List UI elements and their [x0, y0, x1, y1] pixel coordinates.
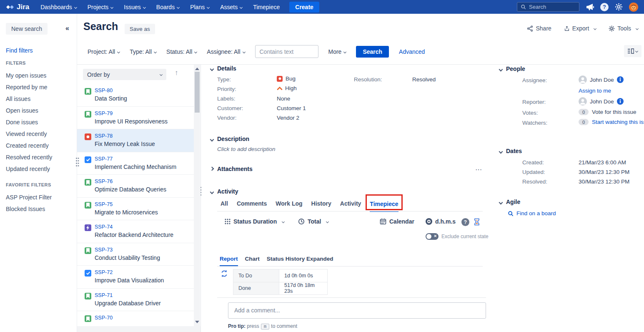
sort-direction-icon[interactable]: ↑	[175, 69, 178, 77]
scroll-up-icon[interactable]	[195, 68, 199, 70]
sidebar-item-my-open-issues[interactable]: My open issues	[0, 70, 77, 81]
sidebar-item-created-recently[interactable]: Created recently	[0, 140, 77, 151]
nav-projects[interactable]: Projects	[82, 4, 119, 10]
issue-row-ssp-71[interactable]: SSP-71 Upgrade Database Driver	[77, 289, 194, 312]
sidebar-item-asp-project-filter[interactable]: ASP Project Filter	[0, 191, 77, 203]
activity-heading[interactable]: Activity	[217, 188, 238, 195]
collapse-sidebar-icon[interactable]: «	[65, 25, 69, 32]
people-heading[interactable]: People	[506, 65, 525, 72]
attachments-more-icon[interactable]: ···	[476, 166, 482, 173]
scrollbar-thumb[interactable]	[195, 72, 200, 113]
hourglass-button[interactable]	[474, 218, 480, 226]
status-duration-dropdown[interactable]: Status Duration	[225, 218, 284, 225]
export-button[interactable]: Export	[564, 25, 596, 32]
sidebar-item-blocked-issues[interactable]: Blocked Issues	[0, 203, 77, 215]
start-watching-link[interactable]: Start watching this issue	[592, 119, 644, 125]
collapse-people-icon[interactable]	[499, 68, 503, 72]
nav-issues[interactable]: Issues	[118, 4, 150, 10]
add-comment-input[interactable]	[228, 302, 486, 319]
details-heading[interactable]: Details	[217, 65, 236, 72]
issue-row-ssp-73[interactable]: SSP-73 Conduct Usability Testing	[77, 243, 194, 266]
collapse-details-icon[interactable]	[210, 67, 214, 71]
timepiece-help-button[interactable]: ?	[461, 218, 469, 226]
settings-gear-icon[interactable]	[615, 3, 623, 11]
collapse-activity-icon[interactable]	[210, 190, 214, 194]
save-as-button[interactable]: Save as	[125, 24, 155, 34]
type-filter-dropdown[interactable]: Type: All	[130, 48, 156, 55]
issue-row-ssp-72[interactable]: SSP-72 Improve Data Visualization	[77, 266, 194, 289]
collapse-agile-icon[interactable]	[499, 201, 503, 205]
assign-to-me-link[interactable]: Assign to me	[579, 88, 611, 94]
reporter-value[interactable]: John Doe	[579, 97, 624, 106]
user-avatar[interactable]	[629, 3, 638, 12]
vote-action[interactable]: Vote for this issue	[592, 109, 636, 115]
info-icon[interactable]	[617, 76, 624, 83]
issue-row-ssp-79[interactable]: SSP-79 Improve UI Responsiveness	[77, 107, 194, 130]
collapse-dates-icon[interactable]	[499, 150, 503, 154]
help-icon[interactable]: ?	[600, 3, 609, 11]
create-button[interactable]: Create	[289, 2, 319, 13]
tab-chart[interactable]: Chart	[245, 256, 260, 266]
issue-row-ssp-78-selected[interactable]: SSP-78 Fix Memory Leak Issue	[77, 129, 194, 152]
sidebar-item-reported-by-me[interactable]: Reported by me	[0, 81, 77, 93]
sidebar-item-all-issues[interactable]: All issues	[0, 93, 77, 105]
horizontal-scrollbar-track[interactable]	[77, 326, 200, 332]
issue-row-ssp-76[interactable]: SSP-76 Optimize Database Queries	[77, 175, 194, 198]
tab-comments[interactable]: Comments	[237, 200, 267, 211]
refresh-icon[interactable]	[221, 270, 228, 277]
find-on-board[interactable]: Find on a board	[508, 210, 556, 216]
project-filter-dropdown[interactable]: Project: All	[88, 48, 120, 55]
sidebar-item-updated-recently[interactable]: Updated recently	[0, 163, 77, 175]
description-placeholder[interactable]: Click to add description	[217, 146, 276, 152]
sidebar-item-done-issues[interactable]: Done issues	[0, 116, 77, 128]
announcements-icon[interactable]	[586, 3, 594, 11]
scroll-down-icon[interactable]	[195, 321, 199, 323]
tab-report-active[interactable]: Report	[220, 256, 238, 266]
new-search-button[interactable]: New search	[6, 23, 48, 35]
sidebar-resize-handle[interactable]	[76, 158, 79, 168]
issue-row-ssp-75[interactable]: SSP-75 Migrate to Microservices	[77, 198, 194, 221]
tab-all[interactable]: All	[221, 200, 228, 211]
issue-row-ssp-74[interactable]: SSP-74 Refactor Backend Architecture	[77, 220, 194, 243]
jira-logo[interactable]: Jira	[0, 3, 35, 11]
collapse-description-icon[interactable]	[210, 138, 214, 142]
search-submit-button[interactable]: Search	[356, 46, 389, 58]
sidebar-item-resolved-recently[interactable]: Resolved recently	[0, 151, 77, 163]
layout-switcher-button[interactable]	[624, 45, 641, 57]
tools-button[interactable]: Tools	[609, 25, 638, 32]
tab-timepiece-active[interactable]: Timepiece	[370, 201, 398, 212]
dates-heading[interactable]: Dates	[506, 148, 522, 154]
agile-heading[interactable]: Agile	[506, 199, 520, 205]
nav-timepiece[interactable]: Timepiece	[248, 4, 285, 10]
attachments-heading[interactable]: Attachments	[217, 166, 253, 172]
share-button[interactable]: Share	[527, 25, 551, 32]
issue-row-ssp-80[interactable]: SSP-80 Data Sorting	[77, 84, 194, 107]
nav-dashboards[interactable]: Dashboards	[35, 4, 82, 10]
advanced-search-link[interactable]: Advanced	[399, 48, 425, 55]
status-filter-dropdown[interactable]: Status: All	[166, 48, 197, 55]
assignee-filter-dropdown[interactable]: Assignee: All	[207, 48, 245, 55]
global-search[interactable]	[517, 2, 579, 12]
contains-text-input[interactable]	[255, 45, 318, 58]
nav-assets[interactable]: Assets	[215, 4, 248, 10]
tab-history[interactable]: History	[311, 200, 331, 211]
info-icon[interactable]	[617, 98, 624, 105]
find-filters-link[interactable]: Find filters	[6, 47, 33, 54]
total-dropdown[interactable]: Total	[298, 218, 328, 225]
issue-row-ssp-77[interactable]: SSP-77 Implement Caching Mechanism	[77, 152, 194, 175]
tab-activity[interactable]: Activity	[340, 200, 361, 211]
duration-format-button[interactable]: d.h.m.s	[426, 218, 456, 225]
expand-attachments-icon[interactable]	[210, 167, 214, 171]
global-search-input[interactable]	[529, 4, 575, 10]
nav-plans[interactable]: Plans	[185, 4, 215, 10]
exclude-current-state-toggle[interactable]: ✕	[426, 233, 439, 240]
tab-work-log[interactable]: Work Log	[276, 200, 302, 211]
sidebar-item-open-issues[interactable]: Open issues	[0, 105, 77, 116]
tab-status-history-expanded[interactable]: Status History Expanded	[267, 256, 333, 266]
assignee-value[interactable]: John Doe	[579, 75, 624, 84]
sidebar-item-viewed-recently[interactable]: Viewed recently	[0, 128, 77, 140]
order-by-dropdown[interactable]: Order by	[83, 69, 166, 80]
more-filters-dropdown[interactable]: More	[328, 48, 346, 55]
issue-list-scrollbar[interactable]	[194, 65, 200, 326]
description-heading[interactable]: Description	[217, 136, 249, 142]
